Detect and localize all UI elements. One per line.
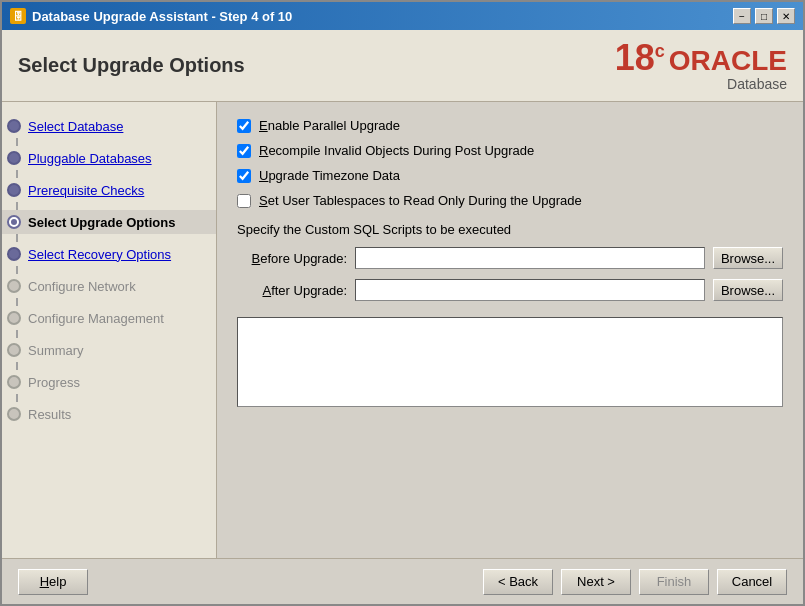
maximize-button[interactable]: □	[755, 8, 773, 24]
circle-filled-1	[7, 119, 21, 133]
connector-2	[16, 170, 18, 178]
before-rest: efore Upgrade:	[260, 251, 347, 266]
oracle-version: 18c	[615, 40, 665, 76]
sidebar-item-results: Results	[2, 402, 216, 426]
footer-nav-buttons: < Back Next > Finish Cancel	[483, 569, 787, 595]
sidebar-label-configure-management: Configure Management	[28, 311, 164, 326]
step-icon-select-recovery-options	[6, 246, 22, 262]
upgrade-timezone-checkbox[interactable]	[237, 169, 251, 183]
circle-filled-5	[7, 247, 21, 261]
connector-6	[16, 298, 18, 306]
recompile-invalid-row: Recompile Invalid Objects During Post Up…	[237, 143, 783, 158]
enable-parallel-upgrade-checkbox[interactable]	[237, 119, 251, 133]
after-upgrade-row: After Upgrade: Browse...	[237, 279, 783, 301]
step-icon-prerequisite-checks	[6, 182, 22, 198]
timezone-rest: pgrade Timezone Data	[268, 168, 400, 183]
recompile-rest: ecompile Invalid Objects During Post Upg…	[268, 143, 534, 158]
main-window: 🗄 Database Upgrade Assistant - Step 4 of…	[0, 0, 805, 606]
cancel-button[interactable]: Cancel	[717, 569, 787, 595]
sidebar-item-select-recovery-options[interactable]: Select Recovery Options	[2, 242, 216, 266]
main-area: Select Database Pluggable Databases Prer…	[2, 102, 803, 558]
after-upgrade-input[interactable]	[355, 279, 705, 301]
sidebar-item-progress: Progress	[2, 370, 216, 394]
tablespaces-rest: et User Tablespaces to Read Only During …	[268, 193, 582, 208]
page-title: Select Upgrade Options	[18, 54, 245, 77]
step-icon-configure-management	[6, 310, 22, 326]
after-upgrade-label: After Upgrade:	[237, 283, 347, 298]
title-bar-controls: − □ ✕	[733, 8, 795, 24]
oracle-brand: ORACLE	[669, 47, 787, 75]
circle-filled-2	[7, 151, 21, 165]
circle-empty-7	[7, 311, 21, 325]
sidebar-label-pluggable-databases[interactable]: Pluggable Databases	[28, 151, 152, 166]
step-icon-results	[6, 406, 22, 422]
sidebar-item-configure-management: Configure Management	[2, 306, 216, 330]
oracle-logo: 18c ORACLE Database	[615, 40, 787, 92]
circle-empty-9	[7, 375, 21, 389]
set-user-tablespaces-label[interactable]: Set User Tablespaces to Read Only During…	[259, 193, 582, 208]
before-upgrade-browse-button[interactable]: Browse...	[713, 247, 783, 269]
sidebar: Select Database Pluggable Databases Prer…	[2, 102, 217, 558]
sidebar-item-select-upgrade-options: Select Upgrade Options	[2, 210, 216, 234]
info-text-area	[237, 317, 783, 407]
recompile-invalid-label[interactable]: Recompile Invalid Objects During Post Up…	[259, 143, 534, 158]
recompile-underline: R	[259, 143, 268, 158]
step-icon-select-upgrade-options	[6, 214, 22, 230]
sidebar-item-select-database[interactable]: Select Database	[2, 114, 216, 138]
set-user-tablespaces-checkbox[interactable]	[237, 194, 251, 208]
sidebar-item-prerequisite-checks[interactable]: Prerequisite Checks	[2, 178, 216, 202]
sidebar-label-select-database[interactable]: Select Database	[28, 119, 123, 134]
sidebar-item-configure-network: Configure Network	[2, 274, 216, 298]
oracle-sup: c	[655, 41, 665, 61]
finish-label: Finish	[657, 574, 692, 589]
step-icon-progress	[6, 374, 22, 390]
upgrade-timezone-row: Upgrade Timezone Data	[237, 168, 783, 183]
oracle-product: Database	[727, 76, 787, 92]
step-icon-summary	[6, 342, 22, 358]
back-button[interactable]: < Back	[483, 569, 553, 595]
connector-8	[16, 362, 18, 370]
connector-5	[16, 266, 18, 274]
circle-filled-3	[7, 183, 21, 197]
tablespaces-underline: S	[259, 193, 268, 208]
after-rest: fter Upgrade:	[271, 283, 347, 298]
sidebar-label-select-upgrade-options: Select Upgrade Options	[28, 215, 175, 230]
sql-scripts-section-label: Specify the Custom SQL Scripts to be exe…	[237, 222, 783, 237]
before-upgrade-row: Before Upgrade: Browse...	[237, 247, 783, 269]
help-rest: elp	[49, 574, 66, 589]
close-button[interactable]: ✕	[777, 8, 795, 24]
oracle-logo-top: 18c ORACLE	[615, 40, 787, 76]
after-upgrade-browse-button[interactable]: Browse...	[713, 279, 783, 301]
app-icon: 🗄	[10, 8, 26, 24]
connector-1	[16, 138, 18, 146]
step-icon-select-database	[6, 118, 22, 134]
recompile-invalid-checkbox[interactable]	[237, 144, 251, 158]
next-label: Next >	[577, 574, 615, 589]
connector-3	[16, 202, 18, 210]
sidebar-label-summary: Summary	[28, 343, 84, 358]
enable-rest: nable Parallel Upgrade	[268, 118, 400, 133]
connector-7	[16, 330, 18, 338]
enable-parallel-upgrade-label[interactable]: Enable Parallel Upgrade	[259, 118, 400, 133]
title-bar: 🗄 Database Upgrade Assistant - Step 4 of…	[2, 2, 803, 30]
step-icon-pluggable-databases	[6, 150, 22, 166]
sidebar-label-prerequisite-checks[interactable]: Prerequisite Checks	[28, 183, 144, 198]
sidebar-label-progress: Progress	[28, 375, 80, 390]
sidebar-item-summary: Summary	[2, 338, 216, 362]
sidebar-item-pluggable-databases[interactable]: Pluggable Databases	[2, 146, 216, 170]
sidebar-label-select-recovery-options[interactable]: Select Recovery Options	[28, 247, 171, 262]
set-user-tablespaces-row: Set User Tablespaces to Read Only During…	[237, 193, 783, 208]
upgrade-timezone-label[interactable]: Upgrade Timezone Data	[259, 168, 400, 183]
minimize-button[interactable]: −	[733, 8, 751, 24]
finish-button[interactable]: Finish	[639, 569, 709, 595]
sidebar-label-results: Results	[28, 407, 71, 422]
next-button[interactable]: Next >	[561, 569, 631, 595]
before-upgrade-label: Before Upgrade:	[237, 251, 347, 266]
connector-4	[16, 234, 18, 242]
before-upgrade-input[interactable]	[355, 247, 705, 269]
cancel-label: Cancel	[732, 574, 772, 589]
help-underline: H	[40, 574, 49, 589]
after-underline: A	[262, 283, 271, 298]
content-area: Enable Parallel Upgrade Recompile Invali…	[217, 102, 803, 558]
help-button[interactable]: Help	[18, 569, 88, 595]
